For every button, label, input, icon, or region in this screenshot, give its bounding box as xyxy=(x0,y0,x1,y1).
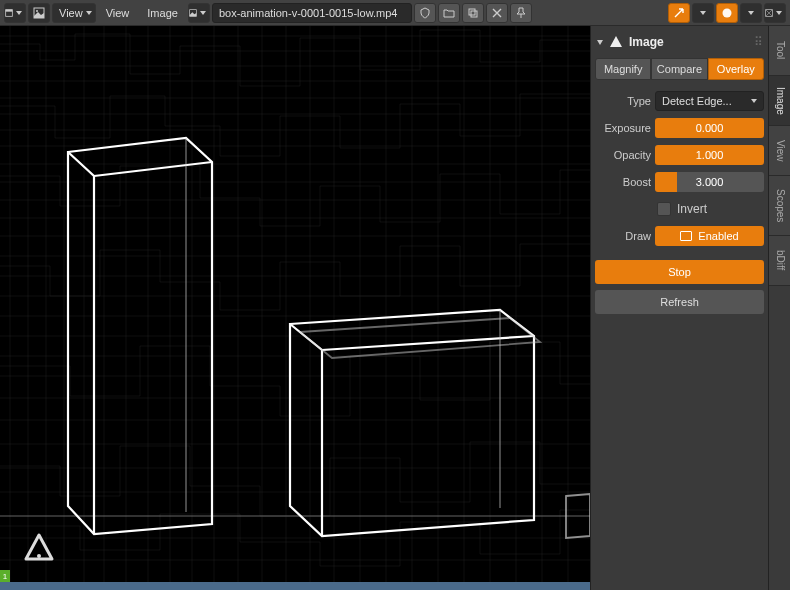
exposure-label: Exposure xyxy=(595,122,651,134)
exposure-field[interactable]: 0.000 xyxy=(655,118,764,138)
svg-point-3 xyxy=(36,10,38,12)
stop-button[interactable]: Stop xyxy=(595,260,764,284)
image-viewport[interactable]: 1 xyxy=(0,26,590,590)
svg-point-7 xyxy=(723,8,732,17)
opacity-field[interactable]: 1.000 xyxy=(655,145,764,165)
file-name-field[interactable]: box-animation-v-0001-0015-low.mp4 xyxy=(212,3,412,23)
draw-label: Draw xyxy=(595,230,651,242)
close-icon-button[interactable] xyxy=(486,3,508,23)
svg-rect-1 xyxy=(6,9,13,11)
nav-arrow-dropdown[interactable] xyxy=(692,3,714,23)
view-dropdown[interactable]: View xyxy=(52,3,96,23)
grip-icon[interactable]: ⠿ xyxy=(754,35,762,49)
vtab-bdiff[interactable]: bDiff xyxy=(769,236,790,286)
invert-checkbox[interactable] xyxy=(657,202,671,216)
refresh-button[interactable]: Refresh xyxy=(595,290,764,314)
invert-label: Invert xyxy=(677,202,707,216)
top-toolbar: View View Image box-animation-v-0001-001… xyxy=(0,0,790,26)
image-icon-button[interactable] xyxy=(28,3,50,23)
panel-header[interactable]: Image ⠿ xyxy=(595,30,764,54)
tab-overlay[interactable]: Overlay xyxy=(708,58,764,80)
nav-arrow-button[interactable] xyxy=(668,3,690,23)
monitor-icon xyxy=(680,231,692,241)
boost-field[interactable]: 3.000 xyxy=(655,172,764,192)
vtab-tool[interactable]: Tool xyxy=(769,26,790,76)
app-logo-icon xyxy=(22,532,56,566)
boost-label: Boost xyxy=(595,176,651,188)
invert-checkbox-row[interactable]: Invert xyxy=(655,202,764,216)
vtab-image[interactable]: Image xyxy=(769,76,790,126)
svg-rect-5 xyxy=(469,9,475,15)
duplicate-icon-button[interactable] xyxy=(462,3,484,23)
image-slot-dropdown[interactable] xyxy=(188,3,210,23)
opacity-label: Opacity xyxy=(595,149,651,161)
image-menu[interactable]: Image xyxy=(139,7,186,19)
vertical-tabs: Tool Image View Scopes bDiff xyxy=(768,26,790,590)
overlay-sphere-dropdown[interactable] xyxy=(740,3,762,23)
vtab-scopes[interactable]: Scopes xyxy=(769,176,790,236)
svg-rect-6 xyxy=(471,11,477,17)
display-mode-dropdown[interactable] xyxy=(764,3,786,23)
vtab-view[interactable]: View xyxy=(769,126,790,176)
panel-logo-icon xyxy=(609,35,623,49)
overlay-sphere-button[interactable] xyxy=(716,3,738,23)
panel-tabs: Magnify Compare Overlay xyxy=(595,58,764,80)
status-indicator: 1 xyxy=(0,570,10,582)
shield-icon-button[interactable] xyxy=(414,3,436,23)
editor-type-dropdown[interactable] xyxy=(4,3,26,23)
tab-compare[interactable]: Compare xyxy=(651,58,707,80)
draw-toggle[interactable]: Enabled xyxy=(655,226,764,246)
draw-value: Enabled xyxy=(698,230,738,242)
tab-magnify[interactable]: Magnify xyxy=(595,58,651,80)
pin-icon-button[interactable] xyxy=(510,3,532,23)
folder-icon-button[interactable] xyxy=(438,3,460,23)
chevron-down-icon xyxy=(597,40,603,45)
view-menu[interactable]: View xyxy=(98,7,138,19)
panel-title: Image xyxy=(629,35,664,49)
svg-point-10 xyxy=(37,554,41,558)
type-select[interactable]: Detect Edge... xyxy=(655,91,764,111)
type-label: Type xyxy=(595,95,651,107)
timeline-bar[interactable] xyxy=(0,582,590,590)
properties-panel: Image ⠿ Magnify Compare Overlay Type Det… xyxy=(590,26,768,590)
